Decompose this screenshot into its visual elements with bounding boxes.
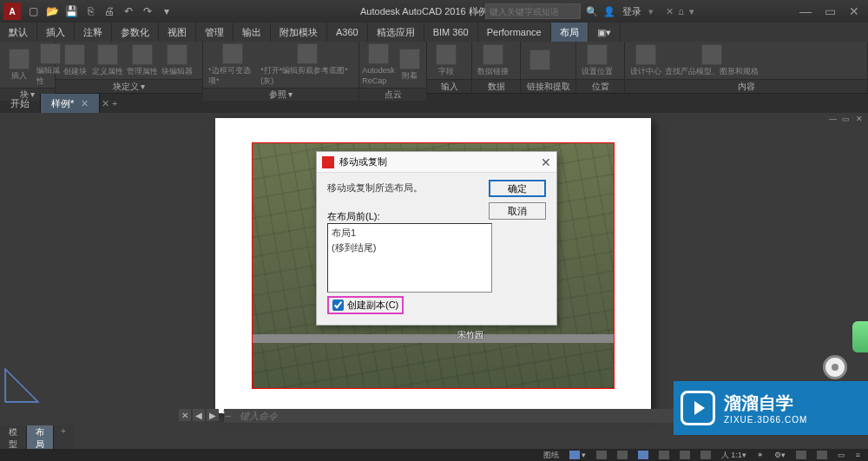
menu-tab-精选应用[interactable]: 精选应用: [368, 23, 424, 42]
ribbon-panel-title[interactable]: 内容: [625, 79, 867, 93]
lineweight-icon[interactable]: [677, 451, 693, 459]
hwaccel-icon[interactable]: [793, 451, 809, 459]
ribbon-button[interactable]: 设计中心: [630, 44, 661, 77]
grid-icon[interactable]: ▾: [567, 451, 589, 459]
menu-tab-视图[interactable]: 视图: [159, 23, 196, 42]
menu-tab-管理[interactable]: 管理: [196, 23, 233, 42]
ribbon-panel-title[interactable]: 点云: [359, 88, 426, 101]
search-icon[interactable]: 🔍: [586, 6, 598, 17]
doc-tab[interactable]: 开始: [0, 94, 41, 113]
ortho-icon[interactable]: [615, 451, 630, 459]
close-button[interactable]: ✕: [844, 3, 865, 20]
search-area: ▸ 🔍 👤 登录 ▾ ✕ ⩍ ▾: [475, 3, 694, 19]
snap-icon[interactable]: [594, 451, 609, 459]
layout-listbox[interactable]: 布局1(移到结尾): [327, 223, 492, 293]
menu-tab-A360[interactable]: A360: [327, 23, 368, 42]
menu-tab-插入[interactable]: 插入: [37, 23, 75, 42]
ribbon-panel-title[interactable]: 位置: [576, 79, 624, 93]
list-item[interactable]: 布局1: [332, 226, 488, 240]
ribbon-button[interactable]: 查找产品模型、图形和规格: [665, 44, 759, 77]
dialog-titlebar[interactable]: 移动或复制 ✕: [317, 152, 556, 173]
menu-tab-BIM 360[interactable]: BIM 360: [424, 23, 478, 42]
ucs-icon[interactable]: [3, 367, 40, 404]
ribbon-panel-title[interactable]: 输入: [427, 79, 471, 93]
menu-tab-Performance[interactable]: Performance: [478, 23, 551, 42]
ribbon-button[interactable]: 设置位置: [582, 44, 613, 77]
cleanscreen-icon[interactable]: ▭: [835, 451, 848, 459]
menu-tab-注释[interactable]: 注释: [75, 23, 112, 42]
app-logo-icon[interactable]: A: [3, 3, 21, 20]
menu-tab-布局[interactable]: 布局: [551, 23, 589, 42]
ribbon-button[interactable]: 数据链接: [477, 44, 509, 77]
user-icon: 👤: [603, 6, 615, 17]
isolate-icon[interactable]: [814, 451, 830, 459]
menu-tab-输出[interactable]: 输出: [233, 23, 271, 42]
side-panel-tab[interactable]: [852, 321, 868, 352]
cancel-button[interactable]: 取消: [489, 202, 546, 220]
ribbon-btn-label: 数据链接: [477, 67, 509, 77]
ribbon-button[interactable]: *边框可变选项*: [208, 43, 257, 86]
menu-tab-参数化[interactable]: 参数化: [112, 23, 159, 42]
ribbon-button[interactable]: 定义属性: [92, 44, 123, 77]
ribbon-expand-icon[interactable]: ▣▾: [589, 23, 621, 42]
create-copy-row[interactable]: 创建副本(C): [327, 296, 404, 314]
exchange-icon[interactable]: ✕: [666, 6, 674, 17]
redo-icon[interactable]: ↷: [139, 3, 156, 20]
autodesk-icon[interactable]: ⩍: [679, 6, 684, 16]
open-icon[interactable]: 📂: [43, 3, 61, 20]
ribbon-btn-icon: [587, 44, 608, 65]
ribbon-button[interactable]: Autodesk ReCap: [365, 43, 392, 86]
dialog-close-button[interactable]: ✕: [541, 155, 551, 169]
ok-button[interactable]: 确定: [489, 180, 546, 197]
paper-model-toggle[interactable]: 图纸: [541, 450, 562, 461]
list-item[interactable]: (移到结尾): [332, 240, 488, 255]
annoscale-icon[interactable]: 人 1:1▾: [719, 450, 749, 461]
nav-arrows: ✕ ◀ ▶: [179, 409, 219, 421]
ribbon-button[interactable]: *打开*编辑剪裁参考底图*(灰): [260, 43, 353, 86]
ribbon-panel-title[interactable]: 块定义 ▾: [56, 79, 202, 93]
nav-left-icon[interactable]: ◀: [193, 409, 205, 421]
workspace-icon[interactable]: ⚙▾: [772, 451, 788, 459]
ribbon-panel-title[interactable]: 链接和提取: [521, 79, 575, 93]
customize-icon[interactable]: ≡: [853, 451, 863, 459]
ribbon-button[interactable]: 管理属性: [127, 44, 158, 77]
ribbon-button[interactable]: 字段: [432, 44, 460, 77]
osnap-icon[interactable]: [656, 451, 672, 459]
ribbon-panel: 字段输入: [427, 42, 472, 93]
create-copy-checkbox[interactable]: [332, 300, 344, 311]
ribbon-btn-icon: [399, 49, 420, 69]
ribbon-button[interactable]: [526, 49, 554, 72]
viewport-window-controls[interactable]: — ▭ ✕: [829, 115, 865, 123]
search-input[interactable]: [485, 3, 581, 19]
command-input[interactable]: [224, 409, 675, 423]
ribbon-panel-title[interactable]: 数据: [472, 79, 520, 93]
nav-right-icon[interactable]: ▶: [207, 409, 219, 421]
minimize-button[interactable]: —: [795, 3, 816, 20]
qat-more-icon[interactable]: ▾: [158, 3, 175, 20]
ribbon-btn-icon: [635, 44, 656, 65]
menu-tab-默认[interactable]: 默认: [0, 23, 37, 42]
transparency-icon[interactable]: [698, 451, 713, 459]
maximize-button[interactable]: ▭: [819, 3, 840, 20]
saveas-icon[interactable]: ⎘: [82, 3, 99, 20]
plot-icon[interactable]: 🖨: [101, 3, 118, 20]
save-icon[interactable]: 💾: [62, 3, 80, 20]
nav-compass-icon[interactable]: [823, 355, 847, 379]
user-area[interactable]: 👤 登录 ▾: [603, 5, 654, 18]
ribbon-button[interactable]: 附着: [396, 49, 424, 82]
menu-tab-附加模块[interactable]: 附加模块: [271, 23, 327, 42]
ribbon-btn-label: 附着: [402, 71, 418, 82]
ribbon-button[interactable]: 插入: [5, 49, 33, 82]
ribbon-panel-title[interactable]: 参照 ▾: [203, 88, 358, 101]
ribbon-panel: 设计中心查找产品模型、图形和规格内容: [625, 42, 868, 93]
new-icon[interactable]: ▢: [24, 3, 42, 20]
doc-tab[interactable]: 样例* ✕: [41, 94, 100, 113]
undo-icon[interactable]: ↶: [120, 3, 137, 20]
nav-x-icon[interactable]: ✕: [179, 409, 191, 421]
ribbon-button[interactable]: 创建块: [61, 44, 89, 77]
ribbon-button[interactable]: 块编辑器: [161, 44, 193, 77]
annovis-icon[interactable]: ✶: [754, 451, 766, 459]
add-doc-tab[interactable]: ✕ +: [100, 98, 119, 109]
ribbon-btn-icon: [167, 44, 187, 65]
polar-icon[interactable]: [635, 451, 651, 459]
